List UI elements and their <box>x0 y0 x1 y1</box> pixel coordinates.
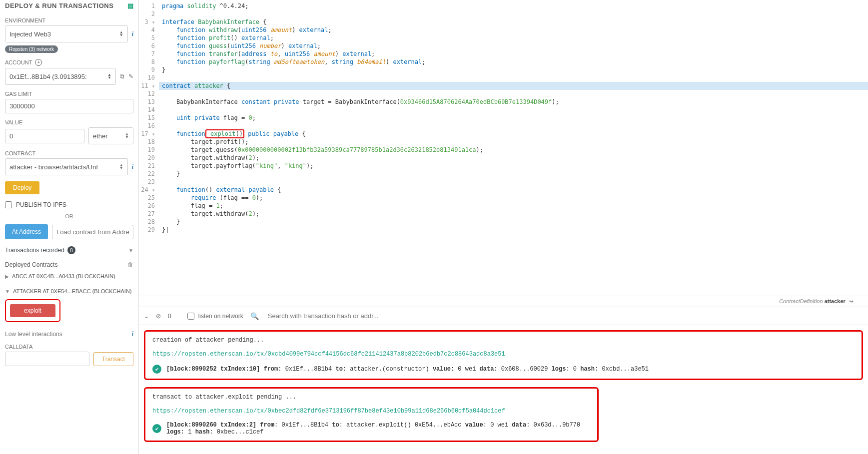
terminal-block-creation: creation of attacker pending... https://… <box>144 330 863 380</box>
calldata-label: CALLDATA <box>5 344 133 350</box>
account-select[interactable]: 0x1Ef...8B1b4 (3.0913895: ▲▼ <box>5 68 116 85</box>
clear-instances-icon[interactable]: 🗑 <box>127 261 133 268</box>
terminal-line: transact to attacker.exploit pending ... <box>152 394 590 401</box>
terminal-line: creation of attacker pending... <box>152 337 855 344</box>
chevron-down-icon: ▼ <box>5 289 10 294</box>
low-level-label: Low level interactions <box>5 331 62 338</box>
terminal-block-exploit: transact to attacker.exploit pending ...… <box>144 387 599 442</box>
terminal-log-row[interactable]: ✔ [block:8990260 txIndex:2] from: 0x1Ef.… <box>152 422 590 436</box>
select-chevron-icon: ▲▼ <box>125 133 129 139</box>
select-chevron-icon: ▲▼ <box>107 73 111 79</box>
gas-limit-input[interactable] <box>5 99 133 113</box>
listen-checkbox[interactable] <box>187 313 194 320</box>
success-check-icon: ✔ <box>152 424 161 433</box>
copy-account-icon[interactable]: ⧉ <box>120 73 124 80</box>
etherscan-link[interactable]: https://ropsten.etherscan.io/tx/0xbec2df… <box>152 408 590 415</box>
deployed-contracts-header: Deployed Contracts 🗑 <box>5 261 133 268</box>
value-input[interactable] <box>5 129 84 143</box>
code-content[interactable]: pragma solidity ^0.4.24; interface Babyb… <box>159 0 868 296</box>
terminal: creation of attacker pending... https://… <box>139 325 868 454</box>
transactions-recorded-row[interactable]: Transactions recorded8 ▼ <box>5 246 133 254</box>
info-icon[interactable]: i <box>132 330 133 338</box>
chevron-right-icon: ▶ <box>5 274 9 279</box>
terminal-log-text: [block:8990260 txIndex:2] from: 0x1Ef...… <box>166 422 590 436</box>
exploit-highlight: exploit <box>5 299 60 322</box>
at-address-button[interactable]: At Address <box>5 224 48 239</box>
exploit-button[interactable]: exploit <box>10 304 55 317</box>
environment-select[interactable]: Injected Web3 ▲▼ <box>5 25 128 42</box>
listen-network-row[interactable]: listen on network <box>187 313 243 320</box>
terminal-toolbar: ⌄ ⊘ 0 listen on network 🔍 <box>139 307 868 325</box>
main-area: 123 ▾4567891011 ▾121314151617 ▾181920212… <box>139 0 868 454</box>
line-gutter: 123 ▾4567891011 ▾121314151617 ▾181920212… <box>139 0 159 296</box>
at-address-input[interactable] <box>52 225 133 239</box>
instance-abcc[interactable]: ▶ ABCC AT 0XC4B...A0433 (BLOCKCHAIN) <box>5 273 133 279</box>
environment-label: ENVIRONMENT <box>5 17 133 23</box>
pending-icon[interactable]: 0 <box>168 313 171 320</box>
deploy-run-panel: DEPLOY & RUN TRANSACTIONS ▤ ENVIRONMENT … <box>0 0 139 454</box>
status-bar: ContractDefinition attacker ↪ <box>139 296 868 307</box>
terminal-search-input[interactable] <box>266 310 863 322</box>
publish-ipfs-checkbox[interactable] <box>5 201 12 208</box>
contract-select[interactable]: attacker - browser/artifacts/Unt ▲▼ <box>5 158 128 175</box>
edit-account-icon[interactable]: ✎ <box>128 73 133 80</box>
code-editor[interactable]: 123 ▾4567891011 ▾121314151617 ▾181920212… <box>139 0 868 296</box>
terminal-log-text: [block:8990252 txIndex:10] from: 0x1Ef..… <box>166 366 649 373</box>
info-icon[interactable]: i <box>132 30 133 38</box>
add-account-icon[interactable]: + <box>35 59 42 66</box>
etherscan-link[interactable]: https://ropsten.etherscan.io/tx/0xcbd409… <box>152 351 855 358</box>
publish-ipfs-row[interactable]: PUBLISH TO IPFS <box>5 201 133 208</box>
search-icon[interactable]: 🔍 <box>250 312 259 320</box>
clear-icon[interactable]: ⊘ <box>156 313 161 320</box>
toggle-down-icon[interactable]: ⌄ <box>144 313 149 320</box>
gas-limit-label: GAS LIMIT <box>5 91 133 97</box>
value-unit-select[interactable]: ether ▲▼ <box>88 127 133 144</box>
info-icon[interactable]: i <box>132 163 133 171</box>
terminal-log-row[interactable]: ✔ [block:8990252 txIndex:10] from: 0x1Ef… <box>152 365 855 374</box>
panel-title: DEPLOY & RUN TRANSACTIONS ▤ <box>5 0 133 11</box>
deploy-button[interactable]: Deploy <box>5 181 39 194</box>
transact-button[interactable]: Transact <box>93 352 133 366</box>
tx-count-badge: 8 <box>67 246 75 254</box>
value-label: VALUE <box>5 119 133 125</box>
contract-label: CONTRACT <box>5 150 133 156</box>
chevron-down-icon: ▼ <box>128 248 133 253</box>
network-badge: Ropsten (3) network <box>5 45 58 53</box>
select-chevron-icon: ▲▼ <box>119 31 123 37</box>
select-chevron-icon: ▲▼ <box>119 164 123 170</box>
instance-attacker[interactable]: ▼ ATTACKER AT 0XE54...EBACC (BLOCKCHAIN) <box>5 288 133 294</box>
success-check-icon: ✔ <box>152 365 161 374</box>
calldata-input[interactable] <box>5 352 89 366</box>
or-separator: OR <box>5 213 133 219</box>
panel-menu-icon[interactable]: ▤ <box>127 2 134 9</box>
account-label: ACCOUNT + <box>5 59 133 66</box>
